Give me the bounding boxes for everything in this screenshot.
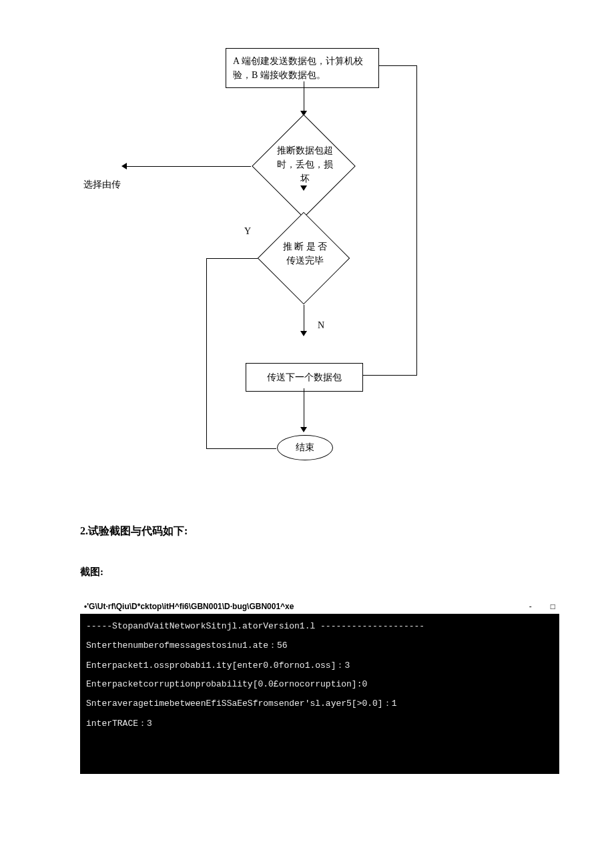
terminal-body: -----StopandVaitNetworkSitnjl.atorVersio…: [80, 614, 559, 774]
arrow-line: [207, 258, 258, 259]
terminal-line: Enterpacket1.ossprobabi1.ity[enter0.0for…: [86, 659, 553, 671]
arrow-line: [304, 388, 304, 428]
screenshot-subheading: 截图:: [80, 566, 103, 578]
text: A 端创建发送数据包，计算机校: [233, 56, 363, 66]
left-caption: 选择由传: [83, 179, 121, 191]
arrow-head: [300, 331, 307, 336]
text: 结束: [296, 442, 314, 454]
window-maximize-icon: □: [551, 602, 555, 611]
terminal-line: interTRACE：3: [86, 717, 553, 729]
terminal-title: •'G\Ut·rf\Qiu\D*cktop\itH^fi6\GBN001\D·b…: [84, 602, 511, 611]
arrow-line: [416, 65, 417, 376]
arrow-line: [127, 166, 251, 167]
text: 传送完毕: [286, 256, 324, 266]
arrow-head: [300, 427, 307, 432]
window-minimize-icon: -: [529, 602, 532, 611]
flow-end: 结束: [277, 435, 333, 460]
flow-box-start: A 端创建发送数据包，计算机校 验，B 端接收数据包。: [226, 48, 379, 88]
text: 传送下一个数据包: [267, 372, 342, 382]
terminal-titlebar: •'G\Ut·rf\Qiu\D*cktop\itH^fi6\GBN001\D·b…: [80, 599, 559, 614]
arrow-line: [379, 65, 417, 66]
arrow-head: [300, 185, 307, 191]
terminal-line: -----StopandVaitNetworkSitnjl.atorVersio…: [86, 621, 553, 631]
terminal-screenshot: •'G\Ut·rf\Qiu\D*cktop\itH^fi6\GBN001\D·b…: [80, 599, 559, 774]
label-n: N: [318, 320, 324, 331]
text: 时，丢包，损: [277, 159, 333, 169]
decision1-text: 推断数据包超 时，丢包，损 坏: [274, 143, 336, 185]
text: 验，B 端接收数据包。: [233, 70, 326, 80]
arrow-head: [121, 163, 127, 169]
arrow-line: [363, 375, 416, 376]
terminal-line: Enterpacketcorruptionprobability[0.0£orn…: [86, 679, 553, 689]
flow-box-next: 传送下一个数据包: [246, 363, 363, 392]
section-heading-2: 2.试验截图与代码如下:: [80, 524, 188, 538]
text: 推 断 是 否: [283, 242, 328, 252]
text: 坏: [300, 173, 310, 183]
arrow-line: [304, 305, 304, 332]
text: 推断数据包超: [277, 145, 333, 155]
label-y: Y: [244, 226, 251, 237]
arrow-line: [206, 258, 207, 448]
terminal-line: SnteraveragetimebetweenEfiSSaEeSfromsend…: [86, 697, 553, 709]
decision2-text: 推 断 是 否 传送完毕: [278, 240, 332, 268]
flowchart-diagram: A 端创建发送数据包，计算机校 验，B 端接收数据包。 推断数据包超 时，丢包，…: [174, 40, 514, 480]
arrow-line: [206, 448, 276, 449]
terminal-line: Snterthenumberofmessagestosinu1.ate：56: [86, 639, 553, 651]
arrow-line: [304, 81, 304, 111]
